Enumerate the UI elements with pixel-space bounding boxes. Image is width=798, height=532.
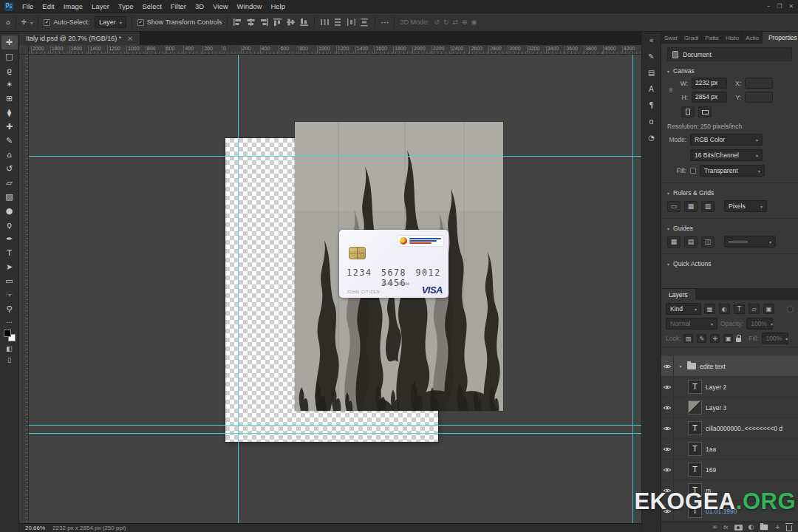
distribute-spacing-vertical-icon[interactable] xyxy=(360,18,369,27)
adjustment-layer-icon[interactable]: ◐ xyxy=(748,524,754,531)
horizontal-guide[interactable] xyxy=(29,156,641,157)
layer-filter-icon-1[interactable]: ◐ xyxy=(719,304,730,314)
visibility-eye-icon[interactable] xyxy=(661,439,674,459)
new-group-icon[interactable] xyxy=(760,525,768,531)
layer-row[interactable]: ▾edite text xyxy=(661,356,798,377)
layer-name[interactable]: cilla0000000..<<<<<<<<0 d xyxy=(706,425,782,432)
restore-button[interactable]: ❐ xyxy=(777,3,782,10)
vertical-ruler[interactable] xyxy=(19,45,29,523)
show-transform-checkbox[interactable]: ✓ Show Transform Controls xyxy=(137,18,222,26)
menu-view[interactable]: View xyxy=(208,2,232,10)
menu-3d[interactable]: 3D xyxy=(191,2,208,10)
lock-icon-0[interactable]: ▨ xyxy=(683,334,693,343)
edit-toolbar-icon[interactable]: ⋯ xyxy=(6,318,13,326)
menu-layer[interactable]: Layer xyxy=(87,2,114,10)
distribute-spacing-horizontal-icon[interactable] xyxy=(347,18,356,27)
guides-icon-0[interactable]: ▦ xyxy=(667,236,681,248)
properties-target-row[interactable]: Document xyxy=(667,47,792,61)
filter-toggle-icon[interactable] xyxy=(787,306,794,313)
layer-filter-icon-3[interactable]: ▱ xyxy=(748,304,760,314)
hand-tool[interactable]: ☞ xyxy=(1,288,18,302)
layer-fill-dropdown[interactable]: 100% ▾ xyxy=(762,332,788,344)
align-right-icon[interactable] xyxy=(259,18,269,27)
tab-layers[interactable]: Layers xyxy=(661,289,695,300)
menu-file[interactable]: File xyxy=(18,2,38,10)
zoom-tool[interactable]: ⚲ xyxy=(1,302,18,316)
distribute-vertical-icon[interactable] xyxy=(333,18,343,27)
horizontal-ruler[interactable]: 2000180016001400120010008006004002000200… xyxy=(19,45,641,55)
bit-depth-dropdown[interactable]: 16 Bits/Channel ▾ xyxy=(690,149,763,161)
layer-name[interactable]: Layer 3 xyxy=(706,404,726,412)
new-layer-icon[interactable]: + xyxy=(774,524,780,531)
landscape-orientation-button[interactable] xyxy=(698,106,712,117)
menu-filter[interactable]: Filter xyxy=(166,2,191,10)
layer-name[interactable]: edite text xyxy=(700,363,726,370)
layer-row[interactable]: TLayer 2 xyxy=(661,377,798,398)
blend-mode-dropdown[interactable]: Normal ▾ xyxy=(666,318,717,330)
app-logo-icon[interactable]: Ps xyxy=(4,2,13,11)
tab-swatches[interactable]: Swat xyxy=(661,32,681,44)
layer-row[interactable]: T169 xyxy=(661,460,798,480)
type-tool[interactable]: T xyxy=(1,246,18,260)
crop-tool[interactable]: ⊞ xyxy=(1,92,18,106)
height-field[interactable]: 2854 px xyxy=(692,92,727,103)
layer-name[interactable]: 1aa xyxy=(706,446,716,453)
horizontal-guide[interactable] xyxy=(29,433,641,434)
swatches-strip-icon[interactable]: ▤ xyxy=(644,66,659,80)
guides-icon-2[interactable]: ◫ xyxy=(701,236,715,248)
gradient-tool[interactable]: ▨ xyxy=(1,190,18,204)
menu-window[interactable]: Window xyxy=(233,2,267,10)
group-expand-chevron[interactable]: ▾ xyxy=(678,364,683,369)
align-middle-vertical-icon[interactable] xyxy=(286,18,296,27)
visibility-eye-icon[interactable] xyxy=(661,377,674,397)
close-button[interactable]: ✕ xyxy=(788,3,794,10)
fill-color-swatch[interactable] xyxy=(690,168,696,174)
brush-settings-icon[interactable]: ✎ xyxy=(644,50,659,64)
guides-icon-1[interactable]: ▤ xyxy=(684,236,698,248)
layer-name[interactable]: 169 xyxy=(706,466,716,474)
layer-effects-icon[interactable]: fx xyxy=(723,525,728,531)
blur-tool[interactable]: ● xyxy=(1,204,18,218)
units-dropdown[interactable]: Pixels ▾ xyxy=(724,200,767,212)
menu-type[interactable]: Type xyxy=(114,2,138,10)
layer-name[interactable]: Layer 2 xyxy=(706,383,726,391)
layer-filter-kind-dropdown[interactable]: Kind ▾ xyxy=(666,303,701,315)
align-bottom-icon[interactable] xyxy=(299,18,309,27)
move-tool[interactable]: ✛ xyxy=(1,35,18,50)
document-tab[interactable]: Italy id.psd @ 20.7% (RGB/16) * × xyxy=(19,32,140,45)
vertical-guide[interactable] xyxy=(632,55,633,523)
visibility-eye-icon[interactable] xyxy=(661,460,674,480)
opacity-dropdown[interactable]: 100% ▾ xyxy=(746,318,773,330)
path-selection-tool[interactable]: ➤ xyxy=(1,260,18,274)
tab-actions[interactable]: Actio xyxy=(743,32,763,44)
eraser-tool[interactable]: ▱ xyxy=(1,176,18,190)
link-dimensions-icon[interactable]: ∞ xyxy=(667,86,675,94)
menu-edit[interactable]: Edit xyxy=(38,2,58,10)
tab-close-icon[interactable]: × xyxy=(127,35,133,42)
section-canvas[interactable]: ▾ Canvas xyxy=(667,67,792,75)
horizontal-guide[interactable] xyxy=(29,425,641,426)
tab-history[interactable]: Histo xyxy=(723,32,743,44)
brush-tool[interactable]: ✎ xyxy=(1,134,18,148)
screen-mode-icon[interactable]: ▯ xyxy=(7,356,11,364)
marquee-tool[interactable]: □ xyxy=(1,50,18,64)
portrait-orientation-button[interactable] xyxy=(681,106,695,117)
ruler-grid-icon-0[interactable]: ▭ xyxy=(667,201,681,212)
visibility-eye-icon[interactable] xyxy=(661,356,674,376)
lock-icon-3[interactable]: ▣ xyxy=(723,334,733,343)
text-layer-thumbnail[interactable]: T xyxy=(688,380,702,394)
section-guides[interactable]: ▾ Guides xyxy=(667,225,792,232)
eyedropper-tool[interactable]: ⧫ xyxy=(1,106,18,120)
lock-all-icon[interactable] xyxy=(736,338,741,342)
visibility-eye-icon[interactable] xyxy=(661,398,674,417)
layer-filter-icon-2[interactable]: T xyxy=(734,304,745,314)
foreground-color-swatch[interactable] xyxy=(4,330,11,337)
foreground-background-swatches[interactable] xyxy=(4,330,16,341)
width-field[interactable]: 2232 px xyxy=(692,78,727,89)
collapse-panels-icon[interactable]: « xyxy=(644,33,659,47)
rectangle-tool[interactable]: ▭ xyxy=(1,274,18,288)
auto-select-target-dropdown[interactable]: Layer ▾ xyxy=(95,16,126,28)
menu-select[interactable]: Select xyxy=(137,2,166,10)
tab-patterns[interactable]: Patte xyxy=(702,32,723,44)
fill-dropdown[interactable]: Transparent ▾ xyxy=(700,165,765,177)
